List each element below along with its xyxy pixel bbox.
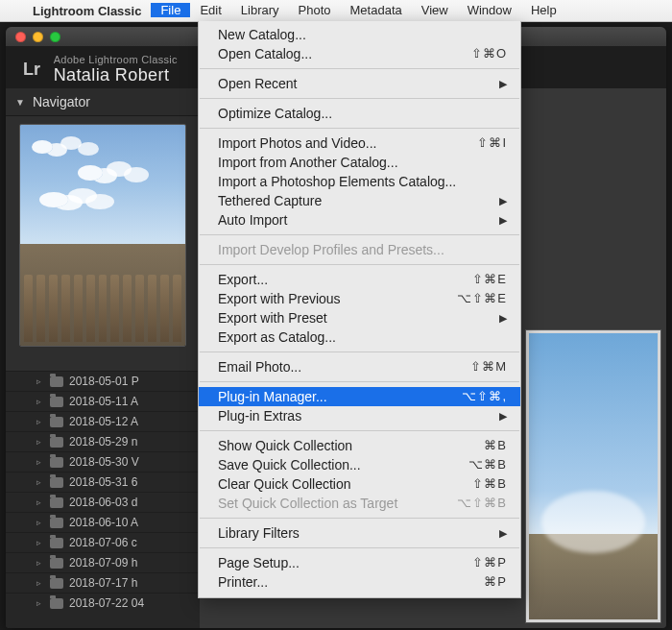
navigator-thumbnail[interactable] bbox=[19, 124, 186, 347]
folder-row[interactable]: ▹2018-05-29 n bbox=[6, 431, 200, 451]
folder-icon bbox=[50, 437, 63, 448]
menu-item-import-photos-and-video[interactable]: Import Photos and Video...⇧⌘I bbox=[199, 133, 520, 153]
folder-row[interactable]: ▹2018-05-12 A bbox=[6, 411, 200, 431]
menu-item-import-a-photoshop-elements-catalog[interactable]: Import a Photoshop Elements Catalog... bbox=[199, 172, 520, 191]
folder-icon bbox=[50, 538, 63, 548]
menu-separator bbox=[200, 518, 519, 519]
menu-item-shortcut: ⇧⌘E bbox=[472, 270, 507, 289]
folder-name: 2018-07-17 h bbox=[69, 576, 137, 590]
menu-item-show-quick-collection[interactable]: Show Quick Collection⌘B bbox=[199, 436, 520, 455]
menu-item-plug-in-manager[interactable]: Plug-in Manager...⌥⇧⌘, bbox=[199, 387, 520, 406]
folder-name: 2018-05-12 A bbox=[69, 415, 138, 428]
window-close-icon[interactable] bbox=[15, 32, 26, 42]
menu-item-open-catalog[interactable]: Open Catalog...⇧⌘O bbox=[199, 44, 520, 63]
menu-item-save-quick-collection[interactable]: Save Quick Collection...⌥⌘B bbox=[199, 455, 520, 474]
folder-icon bbox=[50, 578, 63, 589]
menu-item-email-photo[interactable]: Email Photo...⇧⌘M bbox=[199, 357, 520, 376]
disclosure-triangle-icon: ▹ bbox=[36, 518, 44, 527]
menu-item-new-catalog[interactable]: New Catalog... bbox=[199, 25, 520, 44]
disclosure-triangle-icon: ▹ bbox=[36, 497, 44, 507]
menu-item-open-recent[interactable]: Open Recent▶ bbox=[199, 74, 520, 93]
disclosure-triangle-icon: ▹ bbox=[36, 538, 44, 547]
menu-item-shortcut: ⌥⌘B bbox=[468, 455, 507, 474]
menu-item-export[interactable]: Export...⇧⌘E bbox=[199, 270, 520, 289]
menu-item-auto-import[interactable]: Auto Import▶ bbox=[199, 210, 520, 230]
menu-item-set-quick-collection-as-target: Set Quick Collection as Target⌥⇧⌘B bbox=[199, 494, 520, 513]
folder-row[interactable]: ▹2018-07-06 c bbox=[6, 532, 200, 552]
menu-item-label: Save Quick Collection... bbox=[218, 455, 468, 474]
menu-item-shortcut: ⇧⌘M bbox=[470, 357, 507, 376]
menubar-item-library[interactable]: Library bbox=[231, 3, 289, 17]
submenu-arrow-icon: ▶ bbox=[497, 74, 507, 93]
menu-item-clear-quick-collection[interactable]: Clear Quick Collection⇧⌘B bbox=[199, 474, 520, 494]
menu-item-label: Import a Photoshop Elements Catalog... bbox=[218, 172, 507, 191]
menu-separator bbox=[200, 128, 519, 129]
menu-item-printer[interactable]: Printer...⌘P bbox=[199, 572, 520, 592]
folder-name: 2018-05-11 A bbox=[69, 395, 138, 408]
loupe-photo[interactable] bbox=[526, 330, 660, 622]
menubar-item-help[interactable]: Help bbox=[521, 3, 566, 17]
disclosure-triangle-icon: ▼ bbox=[15, 97, 25, 108]
menu-item-shortcut: ⇧⌘B bbox=[472, 474, 507, 494]
folder-row[interactable]: ▹2018-05-31 6 bbox=[6, 472, 200, 492]
folder-icon bbox=[50, 417, 63, 427]
folder-row[interactable]: ▹2018-06-03 d bbox=[6, 492, 200, 512]
folder-row[interactable]: ▹2018-05-30 V bbox=[6, 451, 200, 472]
menu-item-label: Page Setup... bbox=[218, 553, 472, 572]
disclosure-triangle-icon: ▹ bbox=[36, 477, 44, 487]
folder-row[interactable]: ▹2018-05-11 A bbox=[6, 391, 200, 411]
menu-item-library-filters[interactable]: Library Filters▶ bbox=[199, 523, 520, 543]
menubar-item-window[interactable]: Window bbox=[458, 3, 521, 17]
menu-item-shortcut: ⌥⇧⌘E bbox=[457, 289, 507, 308]
folder-row[interactable]: ▹2018-06-10 A bbox=[6, 512, 200, 532]
menu-item-optimize-catalog[interactable]: Optimize Catalog... bbox=[199, 104, 520, 123]
disclosure-triangle-icon: ▹ bbox=[36, 457, 44, 467]
menu-item-tethered-capture[interactable]: Tethered Capture▶ bbox=[199, 191, 520, 210]
menu-separator bbox=[200, 98, 519, 99]
menubar-item-photo[interactable]: Photo bbox=[289, 3, 341, 17]
disclosure-triangle-icon: ▹ bbox=[36, 397, 44, 406]
menubar-item-metadata[interactable]: Metadata bbox=[341, 3, 412, 17]
menubar-app-name[interactable]: Lightroom Classic bbox=[23, 4, 151, 18]
folder-row[interactable]: ▹2018-05-01 P bbox=[6, 371, 200, 391]
folder-name: 2018-07-06 c bbox=[69, 536, 137, 549]
menu-item-export-with-preset[interactable]: Export with Preset▶ bbox=[199, 308, 520, 327]
menu-item-shortcut: ⇧⌘I bbox=[477, 133, 507, 153]
submenu-arrow-icon: ▶ bbox=[497, 406, 507, 425]
disclosure-triangle-icon: ▹ bbox=[36, 598, 44, 608]
menu-item-shortcut: ⇧⌘P bbox=[472, 553, 507, 572]
identity-user-name: Natalia Robert bbox=[54, 65, 178, 85]
navigator-panel-header[interactable]: ▼ Navigator bbox=[6, 88, 200, 116]
folder-name: 2018-06-10 A bbox=[69, 516, 138, 529]
menu-item-label: Library Filters bbox=[218, 523, 497, 543]
menu-separator bbox=[200, 351, 519, 352]
menu-item-export-with-previous[interactable]: Export with Previous⌥⇧⌘E bbox=[199, 289, 520, 308]
folder-name: 2018-06-03 d bbox=[69, 496, 137, 509]
menu-item-label: Plug-in Extras bbox=[218, 406, 497, 425]
folder-row[interactable]: ▹2018-07-17 h bbox=[6, 572, 200, 593]
menu-separator bbox=[200, 430, 519, 431]
window-zoom-icon[interactable] bbox=[50, 32, 60, 42]
folder-name: 2018-05-01 P bbox=[69, 375, 139, 388]
menu-item-shortcut: ⌘P bbox=[484, 572, 507, 592]
folder-row[interactable]: ▹2018-07-22 04 bbox=[6, 593, 200, 613]
disclosure-triangle-icon: ▹ bbox=[36, 578, 44, 588]
menu-item-shortcut: ⌘B bbox=[484, 436, 507, 455]
menubar-item-file[interactable]: File bbox=[151, 3, 190, 17]
menubar-item-edit[interactable]: Edit bbox=[190, 3, 230, 17]
menu-item-label: Auto Import bbox=[218, 210, 497, 230]
identity-product-name: Adobe Lightroom Classic bbox=[54, 54, 178, 65]
window-minimize-icon[interactable] bbox=[33, 32, 43, 42]
submenu-arrow-icon: ▶ bbox=[497, 210, 507, 230]
menu-separator bbox=[200, 234, 519, 235]
menu-item-plug-in-extras[interactable]: Plug-in Extras▶ bbox=[199, 406, 520, 425]
disclosure-triangle-icon: ▹ bbox=[36, 437, 44, 447]
file-menu-dropdown: New Catalog...Open Catalog...⇧⌘OOpen Rec… bbox=[198, 21, 521, 598]
menu-item-page-setup[interactable]: Page Setup...⇧⌘P bbox=[199, 553, 520, 572]
folder-name: 2018-07-09 h bbox=[69, 556, 137, 569]
menubar-item-view[interactable]: View bbox=[412, 3, 458, 17]
menu-item-import-from-another-catalog[interactable]: Import from Another Catalog... bbox=[199, 153, 520, 172]
menu-item-export-as-catalog[interactable]: Export as Catalog... bbox=[199, 327, 520, 347]
folder-row[interactable]: ▹2018-07-09 h bbox=[6, 552, 200, 572]
folder-icon bbox=[50, 457, 63, 468]
